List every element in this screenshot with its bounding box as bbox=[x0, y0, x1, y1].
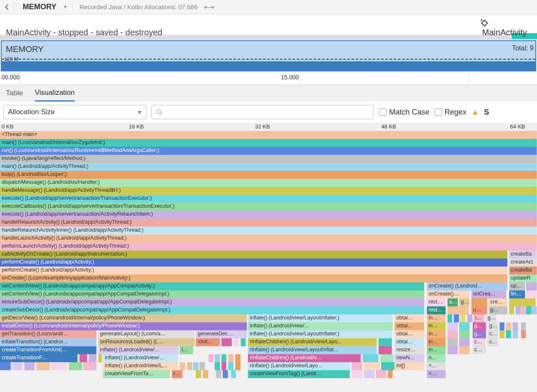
flame-cell[interactable]: g… bbox=[486, 314, 497, 322]
sort-select[interactable]: Allocation Size ▾ bbox=[3, 105, 146, 119]
flame-cell[interactable] bbox=[215, 354, 220, 362]
flame-cell[interactable] bbox=[500, 330, 505, 338]
tab-table[interactable]: Table bbox=[6, 85, 23, 102]
flame-cell[interactable]: u… bbox=[471, 306, 487, 314]
flame-cell[interactable] bbox=[380, 354, 394, 362]
flame-cell[interactable]: in… bbox=[427, 330, 446, 338]
flame-cell[interactable]: handleLaunchActivity() (Landroid/app/Act… bbox=[0, 235, 537, 243]
flame-cell[interactable]: i… bbox=[474, 314, 484, 322]
flame-cell[interactable]: createBa bbox=[509, 267, 537, 274]
flame-cell[interactable] bbox=[448, 330, 458, 338]
flame-cell[interactable] bbox=[388, 370, 393, 378]
flame-cell[interactable] bbox=[221, 354, 227, 362]
flame-cell[interactable] bbox=[500, 322, 505, 330]
flame-cell[interactable]: inflate() (Landroid/view/… bbox=[248, 322, 393, 330]
flame-cell[interactable] bbox=[12, 362, 23, 370]
flame-cell[interactable] bbox=[448, 314, 453, 322]
flame-cell[interactable]: performLaunchActivity() (Landroid/app/Ac… bbox=[0, 243, 537, 251]
flame-cell[interactable]: setContentView() (Landroidx/appcompat/ap… bbox=[0, 290, 424, 298]
flame-cell[interactable]: rInflate() (Landroid/view/LayoutInflat… bbox=[248, 346, 377, 354]
flame-cell[interactable] bbox=[69, 362, 82, 370]
flame-cell[interactable]: g… bbox=[487, 322, 498, 330]
flame-cell[interactable] bbox=[509, 298, 536, 306]
memory-chart[interactable]: MEMORY Total: 9 128 M bbox=[1, 40, 536, 71]
flame-cell[interactable]: inflate() (Landroid/view/… bbox=[98, 346, 179, 354]
flame-cell[interactable]: onCreate() (Landroid… bbox=[427, 282, 508, 290]
flame-cell[interactable]: inflate() (Landroid/view/… bbox=[103, 354, 178, 362]
flame-cell[interactable]: in… bbox=[427, 346, 446, 354]
flame-cell[interactable]: l… bbox=[180, 346, 193, 354]
flame-cell[interactable]: in… bbox=[427, 314, 446, 322]
flame-cell[interactable] bbox=[0, 362, 11, 370]
flame-cell[interactable] bbox=[235, 362, 241, 370]
flame-cell[interactable]: handleRelaunchActivityInner() (Landroid/… bbox=[0, 227, 537, 235]
profiler-dropdown[interactable]: ▼ bbox=[63, 5, 73, 9]
flame-cell[interactable] bbox=[379, 338, 392, 346]
flame-cell[interactable]: g… bbox=[473, 322, 486, 330]
timeline-ruler[interactable]: 00.000 15.000 bbox=[0, 72, 537, 85]
flame-cell[interactable] bbox=[376, 370, 387, 378]
flame-cell[interactable]: main() (Lcom/android/internal/os/ZygoteI… bbox=[0, 139, 537, 147]
flame-cell[interactable]: g… bbox=[489, 306, 508, 314]
flame-cell[interactable] bbox=[231, 370, 237, 378]
flame-cell[interactable]: a… bbox=[448, 298, 458, 306]
flame-cell[interactable]: handleMessage() (Landroid/app/ActivityTh… bbox=[0, 187, 537, 195]
flame-cell[interactable] bbox=[448, 338, 458, 346]
flame-cell[interactable]: updateR bbox=[509, 274, 537, 282]
flame-cell[interactable] bbox=[459, 330, 470, 338]
flame-cell[interactable]: resize… bbox=[395, 346, 424, 354]
flame-cell[interactable]: g… bbox=[473, 330, 486, 338]
flame-cell[interactable]: createViewFromTa… bbox=[103, 370, 170, 378]
flame-cell[interactable]: execute() (Landroid/app/servertransactio… bbox=[0, 211, 537, 219]
flame-cell[interactable] bbox=[180, 362, 185, 370]
flame-cell[interactable]: createAct bbox=[509, 259, 537, 267]
flame-cell[interactable]: setContentView() (Landroidx/appcompat/ap… bbox=[0, 282, 424, 290]
flame-cell[interactable]: <… bbox=[427, 370, 446, 378]
flame-cell[interactable] bbox=[506, 322, 511, 330]
flame-cell[interactable] bbox=[526, 282, 537, 290]
flame-cell[interactable] bbox=[532, 306, 537, 314]
flame-cell[interactable] bbox=[526, 290, 537, 298]
flame-cell[interactable]: obtai… bbox=[395, 338, 424, 346]
flame-cell[interactable]: fin… bbox=[509, 290, 525, 298]
back-button[interactable] bbox=[3, 2, 14, 13]
tab-visualization[interactable]: Visualization bbox=[35, 85, 75, 102]
flame-cell[interactable] bbox=[448, 346, 458, 354]
flame-cell[interactable] bbox=[37, 362, 50, 370]
flame-cell[interactable] bbox=[521, 322, 526, 330]
expand-icon[interactable]: ⇤⇥ bbox=[204, 4, 214, 10]
flame-cell[interactable]: performCreate() (Landroid/app/Activity;) bbox=[0, 267, 508, 274]
flame-cell[interactable] bbox=[208, 354, 214, 362]
flame-cell[interactable] bbox=[459, 322, 470, 330]
flame-cell[interactable]: generateLayout() (Lcom/a… bbox=[98, 330, 195, 338]
flame-cell[interactable]: c… bbox=[473, 346, 486, 354]
flame-cell[interactable]: createBa bbox=[509, 251, 537, 259]
flame-cell[interactable]: cre… bbox=[489, 298, 508, 306]
flame-cell[interactable] bbox=[228, 354, 234, 362]
flame-cell[interactable]: inflate() (Landroid/view/LayoutInflater;… bbox=[248, 330, 393, 338]
flame-cell[interactable]: in… bbox=[427, 338, 446, 346]
flame-cell[interactable] bbox=[459, 346, 470, 354]
flame-cell[interactable] bbox=[235, 354, 241, 362]
flame-cell[interactable]: obtai… bbox=[395, 322, 424, 330]
flame-cell[interactable] bbox=[509, 306, 515, 314]
flame-cell[interactable]: getTransition() (Lcom/andr… bbox=[0, 330, 97, 338]
flame-cell[interactable]: invoke() (Ljava/lang/reflect/Method;) bbox=[0, 155, 537, 163]
flame-cell[interactable] bbox=[187, 362, 192, 370]
flame-cell[interactable]: loop() (Landroid/os/Looper;) bbox=[0, 171, 537, 179]
flame-cell[interactable] bbox=[521, 330, 526, 338]
flame-cell[interactable] bbox=[521, 306, 526, 314]
flame-cell[interactable]: n… bbox=[427, 354, 446, 362]
flame-graph[interactable]: <Thread main>main() (Lcom/android/intern… bbox=[0, 131, 537, 378]
flame-cell[interactable]: <Thread main> bbox=[0, 131, 537, 139]
flame-cell[interactable]: execute() (Landroid/app/servertransactio… bbox=[0, 195, 537, 203]
flame-cell[interactable]: rInflateChildren() (Landroid/view/Layo… bbox=[248, 338, 377, 346]
flame-cell[interactable]: inflateTransition() (Landroi… bbox=[0, 338, 97, 346]
flame-cell[interactable]: onResourcesLoaded() (L… bbox=[98, 338, 195, 346]
flame-cell[interactable]: createSubDecor() (Landroidx/appcompat/ap… bbox=[0, 306, 424, 314]
flame-cell[interactable] bbox=[79, 354, 87, 362]
flame-cell[interactable] bbox=[467, 314, 473, 322]
flame-cell[interactable] bbox=[448, 322, 458, 330]
flame-cell[interactable]: createTransitionF… bbox=[0, 354, 78, 362]
match-case-toggle[interactable]: Match Case bbox=[379, 108, 429, 117]
